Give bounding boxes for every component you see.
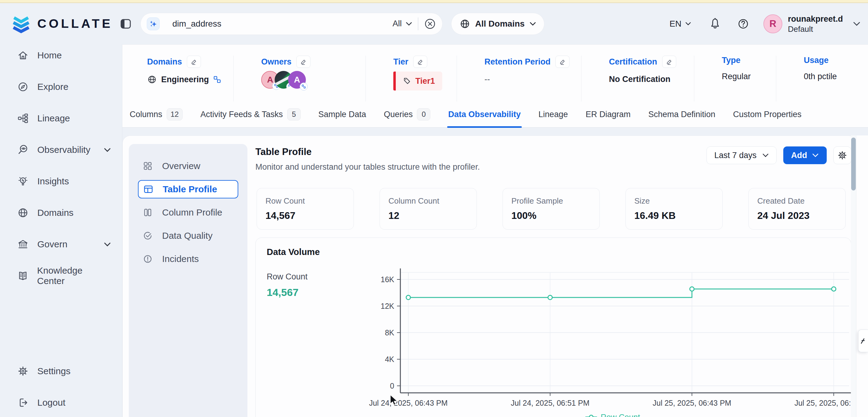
tab-label: Lineage bbox=[538, 110, 568, 119]
sidebar-item-logout[interactable]: Logout bbox=[0, 392, 122, 413]
stat-label: Row Count bbox=[266, 196, 353, 206]
entity-link-icon[interactable] bbox=[213, 75, 221, 84]
svg-text:Jul 25, 2025, 06:51 PM: Jul 25, 2025, 06:51 PM bbox=[794, 399, 851, 407]
edit-pencil-icon bbox=[300, 58, 307, 65]
content-right-strip bbox=[857, 135, 868, 417]
explore-compass-icon bbox=[17, 81, 29, 93]
notifications-bell-icon[interactable] bbox=[709, 18, 721, 30]
sidebar-item-observability[interactable]: Observability bbox=[0, 140, 122, 160]
edge-widget-icon bbox=[860, 338, 866, 344]
user-name: rounakpreet.d bbox=[788, 14, 843, 24]
tab-queries[interactable]: Queries 0 bbox=[375, 101, 439, 127]
tab-er-diagram[interactable]: ER Diagram bbox=[577, 101, 640, 127]
svg-text:Jul 25, 2025, 06:43 PM: Jul 25, 2025, 06:43 PM bbox=[653, 399, 731, 407]
svg-text:0: 0 bbox=[390, 382, 394, 390]
edge-floating-widget[interactable] bbox=[858, 329, 868, 352]
tab-sample-data[interactable]: Sample Data bbox=[310, 101, 375, 127]
add-button[interactable]: Add bbox=[783, 147, 827, 164]
stat-value: 14,567 bbox=[266, 210, 353, 221]
edit-pencil-icon bbox=[559, 58, 566, 65]
sidebar-item-domains[interactable]: Domains bbox=[0, 203, 122, 223]
search-input[interactable]: dim_address bbox=[173, 19, 221, 29]
profiler-nav-label: Incidents bbox=[162, 254, 199, 264]
tab-columns[interactable]: Columns 12 bbox=[122, 101, 191, 127]
language-selector[interactable]: EN bbox=[670, 19, 691, 29]
lineage-icon bbox=[17, 113, 29, 124]
tab-activity-feeds[interactable]: Activity Feeds & Tasks 5 bbox=[191, 101, 310, 127]
chevron-down-icon bbox=[406, 22, 412, 26]
tab-data-observability[interactable]: Data Observability bbox=[439, 101, 529, 127]
owner-avatar[interactable]: A bbox=[288, 71, 306, 89]
meta-label-text: Certification bbox=[609, 57, 657, 67]
entity-tabs: Columns 12 Activity Feeds & Tasks 5 Samp… bbox=[122, 101, 868, 128]
profiler-settings-button[interactable] bbox=[833, 147, 851, 164]
tab-schema-definition[interactable]: Schema Definition bbox=[640, 101, 724, 127]
tab-label: Custom Properties bbox=[733, 110, 802, 119]
profiler-nav-data-quality[interactable]: Data Quality bbox=[138, 227, 238, 245]
top-banner-strip bbox=[0, 0, 868, 3]
user-menu[interactable]: R rounakpreet.d Default bbox=[764, 14, 861, 34]
chart-metric-value: 14,567 bbox=[267, 286, 308, 298]
profiler-nav-table-profile[interactable]: Table Profile bbox=[138, 180, 238, 198]
svg-text:8K: 8K bbox=[385, 328, 394, 337]
sidebar-item-lineage[interactable]: Lineage bbox=[0, 108, 122, 128]
time-range-dropdown[interactable]: Last 7 days bbox=[707, 147, 776, 164]
data-volume-chart[interactable]: 04K8K12K16KJul 24, 2025, 06:43 PMJul 24,… bbox=[256, 238, 851, 417]
globe-icon bbox=[147, 74, 157, 85]
profiler-nav-overview[interactable]: Overview bbox=[138, 157, 238, 175]
all-domains-filter[interactable]: All Domains bbox=[451, 13, 545, 35]
tier-badge-bar bbox=[393, 71, 396, 91]
type-value: Regular bbox=[722, 72, 776, 81]
meta-usage: Usage 0th pctile bbox=[776, 56, 868, 101]
edit-tier-button[interactable] bbox=[413, 56, 427, 68]
sidebar-item-settings[interactable]: Settings bbox=[0, 361, 122, 381]
edit-owners-button[interactable] bbox=[297, 56, 310, 68]
owner-avatar-initial: A bbox=[294, 75, 300, 85]
collate-logo-icon bbox=[11, 14, 31, 34]
sidebar-item-label: Govern bbox=[37, 239, 67, 250]
data-volume-card: 04K8K12K16KJul 24, 2025, 06:43 PMJul 24,… bbox=[255, 237, 851, 417]
table-profile-panel: Table Profile Monitor and understand you… bbox=[247, 136, 857, 417]
sidebar-item-insights[interactable]: Insights bbox=[0, 171, 122, 191]
owners-avatar-stack[interactable]: A A bbox=[261, 71, 366, 89]
user-team: Default bbox=[788, 24, 843, 34]
sidebar-item-explore[interactable]: Explore bbox=[0, 77, 122, 97]
global-search[interactable]: dim_address All bbox=[141, 13, 442, 35]
stat-value: 16.49 KB bbox=[634, 210, 722, 221]
add-button-label: Add bbox=[791, 151, 807, 160]
sidebar-collapse-icon[interactable] bbox=[120, 18, 132, 30]
profiler-card: Overview Table Profile bbox=[122, 135, 857, 417]
user-avatar-initial: R bbox=[770, 18, 776, 29]
edit-certification-button[interactable] bbox=[662, 56, 676, 68]
svg-text:Row Count: Row Count bbox=[601, 412, 640, 417]
knowledge-center-icon bbox=[17, 270, 28, 282]
profiler-nav-incidents[interactable]: Incidents bbox=[138, 250, 238, 268]
stat-value: 100% bbox=[512, 210, 599, 221]
tier-badge[interactable]: Tier1 bbox=[393, 71, 442, 91]
tab-custom-properties[interactable]: Custom Properties bbox=[724, 101, 810, 127]
stat-card-column-count: Column Count 12 bbox=[379, 188, 477, 230]
collate-logo[interactable]: COLLATE bbox=[11, 14, 113, 34]
page-title: Table Profile bbox=[255, 147, 480, 157]
observability-icon bbox=[17, 144, 29, 156]
mouse-cursor bbox=[388, 394, 400, 407]
domain-value[interactable]: Engineering bbox=[161, 75, 209, 85]
scrollbar-thumb[interactable] bbox=[851, 137, 856, 190]
page-subtitle: Monitor and understand your tables struc… bbox=[255, 162, 480, 172]
home-icon bbox=[17, 50, 29, 61]
clear-search-icon[interactable] bbox=[424, 18, 436, 30]
profiler-nav-column-profile[interactable]: Column Profile bbox=[138, 203, 238, 222]
stat-label: Column Count bbox=[389, 196, 476, 206]
sidebar-item-govern[interactable]: Govern bbox=[0, 234, 122, 254]
edit-domains-button[interactable] bbox=[187, 56, 201, 68]
edit-retention-button[interactable] bbox=[555, 56, 569, 68]
edit-pencil-icon bbox=[665, 58, 673, 65]
search-scope-dropdown[interactable]: All bbox=[393, 19, 412, 28]
tab-lineage[interactable]: Lineage bbox=[530, 101, 577, 127]
domains-globe-icon bbox=[17, 207, 29, 219]
sidebar-item-home[interactable]: Home bbox=[0, 45, 122, 65]
sidebar-item-knowledge-center[interactable]: Knowledge Center bbox=[0, 266, 122, 286]
svg-text:Jul 24, 2025, 06:43 PM: Jul 24, 2025, 06:43 PM bbox=[369, 399, 447, 407]
profiler-nav-label: Column Profile bbox=[162, 207, 222, 218]
help-icon[interactable] bbox=[737, 18, 749, 30]
